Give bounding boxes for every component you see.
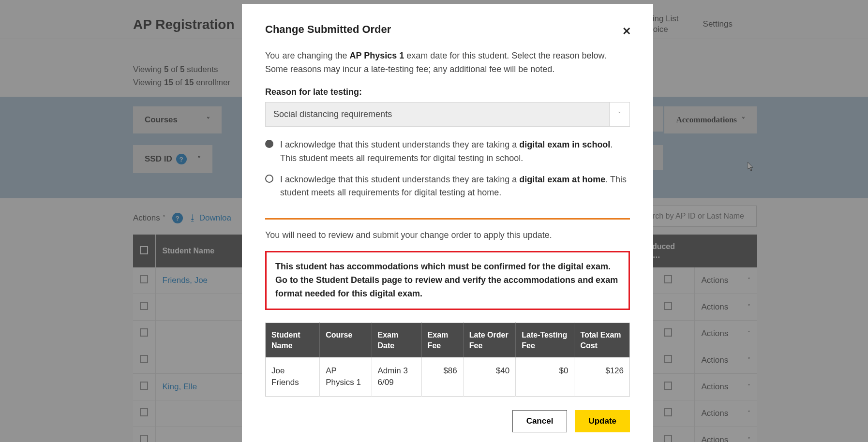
close-icon[interactable]: ✕ [622,25,631,38]
radio-at-home[interactable]: I acknowledge that this student understa… [265,173,630,200]
modal-intro-text: You are changing the AP Physics 1 exam d… [265,49,630,76]
radio-in-school[interactable]: I acknowledge that this student understa… [265,138,630,165]
reason-select[interactable]: Social distancing requirements ˅ [265,102,630,127]
change-order-modal: Change Submitted Order ✕ You are changin… [242,4,653,442]
cancel-button[interactable]: Cancel [512,410,568,432]
radio-icon [265,140,273,148]
cost-row: Joe Friends AP Physics 1 Admin 3 6/09 $8… [266,357,630,396]
chevron-down-icon[interactable]: ˅ [610,102,630,127]
update-button[interactable]: Update [575,410,630,432]
reason-label: Reason for late testing: [265,87,630,97]
accommodation-alert: This student has accommodations which mu… [265,251,630,310]
reason-select-value: Social distancing requirements [265,102,610,127]
cost-summary-table: Student Name Course Exam Date Exam Fee L… [265,323,630,397]
modal-title: Change Submitted Order [265,23,630,36]
radio-icon [265,175,273,183]
review-note: You will need to review and submit your … [265,230,630,240]
